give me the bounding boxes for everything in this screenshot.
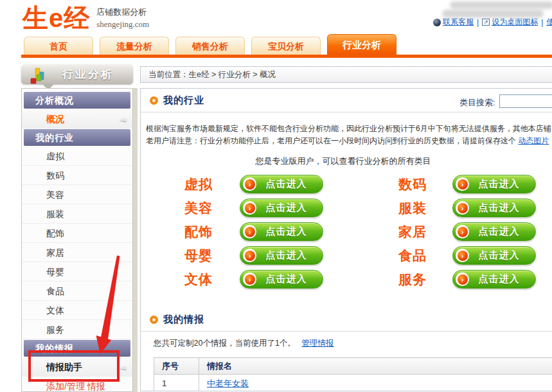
redacted-blur [450, 1, 552, 9]
enter-button-digital[interactable]: › 点击进入 [452, 175, 536, 193]
section-divider [141, 331, 552, 332]
category-grid: 虚拟 › 点击进入 数码 › 点击进入 美容 › 点击进入 服装 › 点击进入 [141, 172, 552, 291]
notice-line-1: 根据淘宝服务市场最新规定，软件不能包含行业分析功能，因此行业分析预计于6月中下旬… [146, 123, 551, 135]
arrow-circle-icon: › [456, 249, 469, 262]
sidebar-shadow [133, 88, 138, 392]
category-label: 母婴 [166, 247, 213, 265]
enter-button-beauty[interactable]: › 点击进入 [240, 199, 323, 217]
intel-table-header-row: 序号 情报名 [154, 358, 552, 375]
pro-user-note: 您是专业版用户，可以查看行业分析的所有类目 [141, 156, 546, 167]
category-row: 虚拟 › 点击进入 数码 › 点击进入 [141, 172, 552, 196]
intel-row-name-link[interactable]: 中老年女装 [207, 379, 249, 388]
breadcrumb: 当前位置：生e经 > 行业分析 > 概况 [140, 66, 552, 83]
section-my-intel-title: 我的情报 [163, 314, 204, 326]
sidebar-item-food[interactable]: 食品 [22, 281, 132, 301]
enter-button-baby[interactable]: › 点击进入 [240, 246, 323, 265]
help-link[interactable]: 使 [546, 17, 552, 28]
sidebar-item-home[interactable]: 家居 [22, 243, 132, 262]
sidebar-section-my-intel: 我的情报 [24, 340, 130, 357]
table-row: 1 中老年女装 [154, 375, 552, 392]
enter-button-virtual[interactable]: › 点击进入 [240, 175, 323, 193]
sidebar-item-virtual[interactable]: 虚拟 [22, 147, 132, 166]
category-search-label: 类目搜索: [459, 97, 495, 109]
enter-button-sports[interactable]: › 点击进入 [240, 270, 323, 289]
sidebar-item-clothing[interactable]: 服装 [22, 204, 132, 224]
category-label: 服务 [380, 271, 427, 289]
category-row: 文体 › 点击进入 服务 › 点击进入 [141, 267, 552, 291]
category-label: 文体 [166, 271, 213, 289]
active-arrow-icon: → [118, 109, 128, 129]
intel-table: 序号 情报名 1 中老年女装 [154, 357, 552, 391]
arrow-circle-icon: › [243, 177, 256, 191]
enter-button-service[interactable]: › 点击进入 [452, 270, 536, 289]
sidebar-title: 行业分析 [62, 67, 114, 82]
link-separator: | [541, 18, 543, 27]
column-header-no: 序号 [154, 358, 199, 375]
desktop-shortcut-icon: ↗ [482, 19, 490, 26]
sidebar-item-intel-assistant[interactable]: 情报助手 → [22, 357, 132, 377]
arrow-circle-icon: › [456, 272, 469, 286]
app-logo: 生e经 店铺数据分析 shengejing.com [22, 5, 149, 31]
desktop-shortcut-link[interactable]: 设为桌面图标 [492, 17, 538, 28]
nav-accent-bar [21, 55, 552, 58]
arrow-circle-icon: › [243, 225, 256, 238]
arrow-circle-icon: › [243, 249, 256, 262]
main-nav-tabs: 首页 流量分析 销售分析 宝贝分析 行业分析 [24, 34, 396, 55]
manage-intel-link[interactable]: 管理情报 [301, 339, 334, 348]
sidebar-item-digital[interactable]: 数码 [22, 166, 132, 185]
contact-service-link[interactable]: 联系客服 [443, 17, 474, 28]
section-my-industry-header: 我的行业 [150, 94, 204, 107]
intel-usage-line: 您共可定制20个情报，当前使用了1个。 管理情报 [154, 338, 334, 349]
category-row: 母婴 › 点击进入 食品 › 点击进入 [141, 244, 552, 267]
logo-tagline: 店铺数据分析 [96, 6, 149, 18]
enter-button-accessory[interactable]: › 点击进入 [240, 222, 323, 241]
category-label: 美容 [166, 199, 213, 217]
top-links: 联系客服 | ↗ 设为桌面图标 | 使 [433, 17, 552, 28]
sidebar-header: 行业分析 [21, 64, 133, 84]
arrow-circle-icon: › [243, 201, 256, 215]
sidebar-menu: 分析概况 概况 → 我的行业 虚拟 数码 美容 服装 配饰 家居 母婴 食品 文… [21, 88, 133, 392]
enter-button-food[interactable]: › 点击进入 [452, 246, 536, 265]
contact-service-icon [433, 19, 441, 26]
category-row: 配饰 › 点击进入 家居 › 点击进入 [141, 220, 552, 244]
tab-item-analysis[interactable]: 宝贝分析 [251, 37, 321, 55]
enter-button-home[interactable]: › 点击进入 [452, 222, 536, 241]
active-arrow-icon: → [118, 357, 128, 377]
category-label: 食品 [380, 247, 427, 265]
tab-traffic-analysis[interactable]: 流量分析 [100, 37, 169, 55]
sidebar-item-overview[interactable]: 概况 → [22, 109, 132, 129]
enter-button-clothing[interactable]: › 点击进入 [452, 199, 536, 217]
section-bullet-icon [150, 316, 158, 324]
section-my-intel-header: 我的情报 [150, 314, 204, 326]
section-my-industry-title: 我的行业 [163, 94, 204, 107]
sidebar-item-service[interactable]: 服务 [22, 320, 132, 339]
notice-text: 根据淘宝服务市场最新规定，软件不能包含行业分析功能，因此行业分析预计于6月中下旬… [146, 123, 551, 147]
sidebar-item-beauty[interactable]: 美容 [22, 185, 132, 204]
category-label: 服装 [380, 199, 427, 217]
sidebar-item-baby[interactable]: 母婴 [22, 262, 132, 281]
arrow-circle-icon: › [456, 225, 469, 238]
sidebar-item-sports[interactable]: 文体 [22, 301, 132, 320]
sidebar-item-accessory[interactable]: 配饰 [22, 224, 132, 243]
notice-line-2: 老用户请注意：行业分析功能停止后，老用户还可以在一小段时间内访问到行业的历史数据… [146, 135, 551, 147]
arrow-circle-icon: › [243, 272, 256, 286]
link-separator: | [477, 18, 479, 27]
arrow-circle-icon: › [456, 201, 469, 215]
category-row: 美容 › 点击进入 服装 › 点击进入 [141, 196, 552, 220]
sidebar-item-manage-intel[interactable]: 添加/管理 情报 [22, 377, 132, 392]
category-label: 家居 [380, 223, 427, 241]
section-divider [141, 112, 552, 112]
intel-row-no: 1 [154, 375, 199, 392]
tab-sales-analysis[interactable]: 销售分析 [175, 37, 245, 55]
tab-home[interactable]: 首页 [24, 37, 93, 55]
category-label: 数码 [380, 175, 427, 193]
category-search-input[interactable] [499, 94, 552, 108]
dynamic-image-link[interactable]: 动态图片 [518, 136, 549, 145]
section-bullet-icon [150, 96, 158, 105]
sidebar-section-my-industry: 我的行业 [24, 129, 130, 146]
main-panel: 我的行业 类目搜索: 根据淘宝服务市场最新规定，软件不能包含行业分析功能，因此行… [140, 88, 552, 391]
bar-chart-3d-icon [29, 67, 47, 86]
tab-industry-analysis[interactable]: 行业分析 [327, 34, 396, 55]
column-header-name: 情报名 [199, 358, 552, 375]
intel-usage-text: 您共可定制20个情报，当前使用了1个。 [154, 339, 296, 348]
